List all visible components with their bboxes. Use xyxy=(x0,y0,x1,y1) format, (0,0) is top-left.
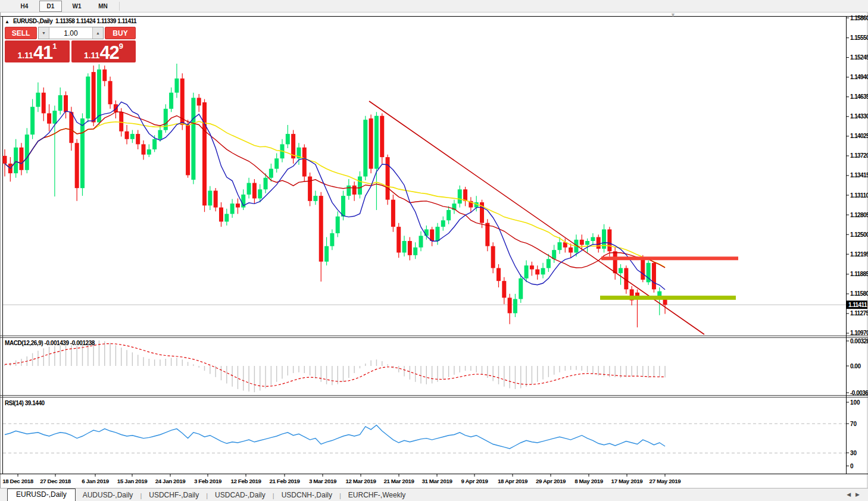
macd-signal-line xyxy=(5,344,665,387)
price-tick-label: 1.14025 xyxy=(850,133,868,139)
time-tick-label: 21 Mar 2019 xyxy=(383,478,414,484)
price-tick-label: 1.12195 xyxy=(850,251,868,258)
macd-histogram xyxy=(5,340,665,392)
price-tick-label: 1.11580 xyxy=(850,290,868,297)
time-tick-label: 15 Jan 2019 xyxy=(117,478,148,484)
macd-tick-label: -0.00365 xyxy=(850,390,868,396)
volume-increase-icon[interactable]: ▲ xyxy=(92,27,103,39)
chart-tab-audusd-daily[interactable]: AUDUSD-,Daily xyxy=(76,490,140,501)
sell-button[interactable]: SELL xyxy=(5,27,37,39)
chart-tab-bar: EURUSD-,DailyAUDUSD-,Daily|USDCHF-,Daily… xyxy=(0,488,868,501)
tab-scroll-arrows[interactable]: ◀▶ xyxy=(847,491,864,497)
rsi-tick-label: 100 xyxy=(850,399,860,406)
rsi-tick-label: 70 xyxy=(850,421,857,427)
price-tick-label: 1.14330 xyxy=(850,113,868,120)
price-tick-label: 1.14940 xyxy=(850,74,868,80)
price-tick-label: 1.15245 xyxy=(850,54,868,61)
time-tick-label: 3 Feb 2019 xyxy=(194,478,222,484)
chart-tab-usdchf-daily[interactable]: USDCHF-,Daily xyxy=(142,490,206,501)
expand-triangle-icon[interactable]: ▲ xyxy=(5,19,10,24)
toolbar-separator xyxy=(119,2,120,11)
macd-tick-label: 0.00 xyxy=(850,363,861,370)
time-tick-label: 12 Feb 2019 xyxy=(230,478,261,484)
price-chart-canvas[interactable]: 1.158601.155501.152451.149401.146351.143… xyxy=(0,0,868,501)
time-tick-label: 6 Jan 2019 xyxy=(82,478,110,484)
resistance-level-bar[interactable] xyxy=(601,256,738,260)
chart-ohlc-values: 1.11358 1.11424 1.11339 1.11411 xyxy=(55,18,136,24)
sell-price-small: 1.11 xyxy=(17,51,33,62)
price-tick-label: 1.13415 xyxy=(850,172,868,179)
sell-price-big: 41 xyxy=(33,43,52,62)
rsi-value: 39.1440 xyxy=(25,400,45,406)
time-tick-label: 12 Mar 2019 xyxy=(345,478,376,484)
volume-spinner: ▼ 1.00 ▲ xyxy=(38,27,104,39)
time-tick-label: 27 Dec 2018 xyxy=(40,478,71,484)
buy-price-box[interactable]: 1.11 42 9 xyxy=(71,40,136,62)
buy-price-small: 1.11 xyxy=(84,51,99,62)
support-level-bar[interactable] xyxy=(600,296,736,300)
chart-symbol-label: EURUSD-,Daily xyxy=(13,18,52,24)
volume-decrease-icon[interactable]: ▼ xyxy=(39,27,49,39)
tab-scroll-left-icon[interactable]: ◀ xyxy=(847,491,855,497)
buy-price-big: 42 xyxy=(99,43,118,62)
price-tick-label: 1.13720 xyxy=(850,152,868,159)
time-tick-label: 3 Mar 2019 xyxy=(309,478,337,484)
time-tick-label: 8 May 2019 xyxy=(574,478,604,484)
timeframe-button-mn[interactable]: MN xyxy=(92,1,114,12)
macd-pane-label: MACD(12,26,9) -0.001439 -0.001238 xyxy=(5,340,95,346)
macd-tick-label: 0.00328 xyxy=(850,338,868,345)
chart-tab-eurchf-weekly[interactable]: EURCHF-,Weekly xyxy=(341,490,413,501)
volume-field[interactable]: 1.00 xyxy=(49,27,92,39)
time-tick-label: 18 Dec 2018 xyxy=(2,478,34,484)
macd-signal-value: -0.001238 xyxy=(70,340,95,346)
rsi-line xyxy=(5,425,665,449)
price-tick-label: 1.13110 xyxy=(850,192,868,199)
rsi-tick-label: 0 xyxy=(850,463,854,469)
time-tick-label: 31 Mar 2019 xyxy=(421,478,452,484)
current-price-label: 1.11411 xyxy=(848,302,867,308)
rsi-name: RSI(14) xyxy=(5,400,23,406)
time-tick-label: 21 Feb 2019 xyxy=(269,478,300,484)
buy-button[interactable]: BUY xyxy=(105,27,136,39)
sell-price-box[interactable]: 1.11 41 1 xyxy=(5,40,70,62)
time-tick-label: 24 Jan 2019 xyxy=(155,478,186,484)
time-tick-label: 27 May 2019 xyxy=(650,478,682,484)
chart-tab-usdcnh-daily[interactable]: USDCNH-,Daily xyxy=(274,490,339,501)
buy-price-sup: 9 xyxy=(119,42,123,51)
timeframe-toolbar: H4D1W1MN xyxy=(0,0,868,12)
ma-fast-line xyxy=(5,102,665,289)
one-click-trading-panel: SELL ▼ 1.00 ▲ BUY 1.11 41 1 1.11 42 9 xyxy=(5,27,136,62)
time-tick-label: 29 Apr 2019 xyxy=(536,478,566,484)
time-tick-label: 17 May 2019 xyxy=(611,478,644,484)
price-tick-label: 1.12805 xyxy=(850,212,868,218)
price-tick-label: 1.11885 xyxy=(850,271,868,277)
timeframe-button-h4[interactable]: H4 xyxy=(13,1,36,12)
candlesticks xyxy=(3,64,667,327)
sell-price-sup: 1 xyxy=(52,42,57,51)
rsi-pane-label: RSI(14) 39.1440 xyxy=(5,400,45,406)
chart-tab-eurusd-daily[interactable]: EURUSD-,Daily xyxy=(7,489,76,501)
price-tick-label: 1.14635 xyxy=(850,93,868,100)
price-tick-label: 1.12500 xyxy=(850,231,868,238)
price-tick-label: 1.11275 xyxy=(850,310,868,317)
time-tick-label: 18 Apr 2019 xyxy=(498,478,528,484)
rsi-tick-label: 30 xyxy=(850,450,857,456)
time-tick-label: 9 Apr 2019 xyxy=(461,478,488,484)
chart-header: ▲EURUSD-,Daily 1.11358 1.11424 1.11339 1… xyxy=(5,18,136,24)
price-tick-label: 1.15550 xyxy=(850,35,868,41)
mt4-window: H4D1W1MN 1.158601.155501.152451.149401.1… xyxy=(0,0,868,501)
timeframe-button-w1[interactable]: W1 xyxy=(65,1,88,12)
chart-tab-usdcad-daily[interactable]: USDCAD-,Daily xyxy=(208,490,273,501)
macd-main-value: -0.001439 xyxy=(45,340,69,346)
price-tick-label: 1.15860 xyxy=(850,15,868,21)
price-tick-label: 1.10970 xyxy=(850,330,868,336)
macd-name: MACD(12,26,9) xyxy=(5,340,43,346)
timeframe-button-d1[interactable]: D1 xyxy=(39,1,62,12)
chart-scroll-marker-icon[interactable]: ▼ xyxy=(670,12,676,18)
tab-scroll-right-icon[interactable]: ▶ xyxy=(855,491,864,497)
